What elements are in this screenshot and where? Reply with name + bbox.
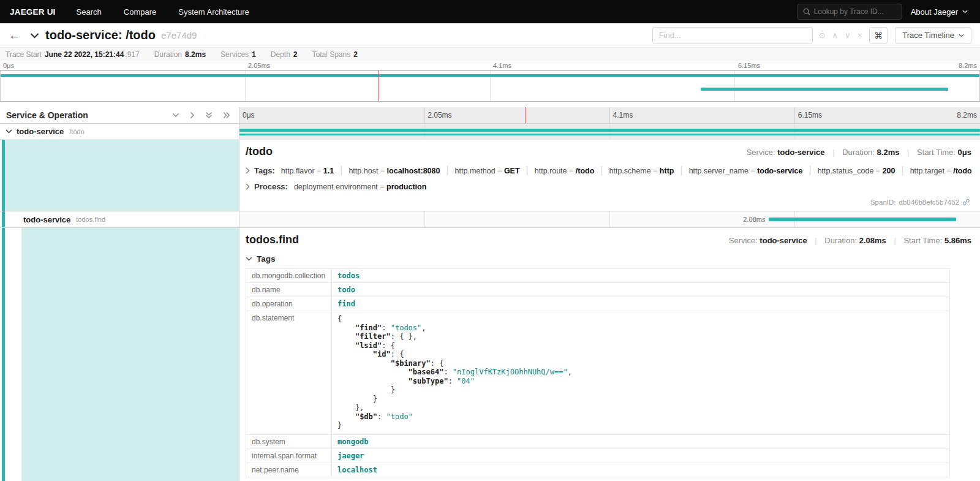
span-bar-child[interactable] <box>769 218 956 221</box>
minimap-canvas[interactable] <box>0 70 980 102</box>
start-time-label: Start Time: <box>917 148 956 157</box>
trace-collapse-chevron-icon[interactable] <box>30 32 39 39</box>
json-punct: : <box>382 324 390 332</box>
start-time-label: Start Time: <box>903 236 942 245</box>
span-row-child: todo-service todos.find 2.08ms <box>0 211 980 228</box>
tag-key: http.host <box>349 167 378 175</box>
json-punct <box>337 332 355 341</box>
json-punct: : { <box>382 341 395 350</box>
trace-id-lookup[interactable] <box>797 4 902 20</box>
trace-view-dropdown[interactable]: Trace Timeline <box>895 27 971 44</box>
tag-key: http.status_code <box>818 167 874 175</box>
chevron-down-icon <box>959 34 964 37</box>
expand-all-icon[interactable] <box>223 112 230 119</box>
span-accent-fill <box>21 228 239 481</box>
equals-sign: = <box>496 167 504 175</box>
tick-label: 6.15ms <box>738 62 760 69</box>
tick-label: 4.1ms <box>493 62 511 69</box>
json-punct <box>337 341 355 350</box>
summary-value: 1 <box>252 50 256 59</box>
summary-items: Trace StartJune 22 2022, 15:21:44.917Dur… <box>0 48 980 61</box>
trace-id-input[interactable] <box>814 7 896 16</box>
operation-name: todos.find <box>76 216 105 223</box>
process-accordion[interactable]: Process: deployment.environment = produc… <box>246 181 971 192</box>
app-logo[interactable]: JAEGER UI <box>0 7 66 17</box>
tag-table-row: internal.span.formatjaeger <box>246 449 950 463</box>
tag-value-cell: localhost <box>332 463 950 477</box>
find-box[interactable] <box>652 27 813 44</box>
tick-label: 0μs <box>3 62 14 69</box>
minimap-tick-labels: 0μs2.05ms4.1ms6.15ms8.2ms <box>0 61 980 70</box>
tag-value: http <box>660 167 674 175</box>
span-track-root[interactable] <box>239 124 980 139</box>
prev-match-icon[interactable]: ∧ <box>832 31 839 39</box>
tag-item: http.flavor = 1.1 <box>281 167 334 175</box>
keyboard-shortcuts-button[interactable]: ⌘ <box>869 27 888 44</box>
tag-key: http.flavor <box>281 167 315 175</box>
tag-value-cell: jaeger <box>332 449 950 463</box>
json-punct: : <box>448 377 457 385</box>
tag-value: todo-service <box>757 167 802 175</box>
json-string: "04" <box>457 377 475 385</box>
tick-label: 2.05ms <box>428 111 451 119</box>
json-key: "filter" <box>355 332 391 341</box>
equals-sign: = <box>378 183 386 191</box>
json-punct: } <box>337 421 342 430</box>
json-key: "subType" <box>409 377 448 385</box>
chevron-down-icon[interactable] <box>6 129 12 134</box>
span-name-root[interactable]: todo-service /todo <box>0 124 239 139</box>
span-bar-root[interactable] <box>239 129 980 132</box>
nav-item-system-architecture[interactable]: System Architecture <box>167 7 260 17</box>
minimap-span-child <box>701 88 948 91</box>
tag-value: GET <box>504 167 520 175</box>
summary-item: Depth2 <box>271 50 298 59</box>
expand-one-icon[interactable] <box>190 112 195 119</box>
span-operation-title: /todo <box>246 145 273 158</box>
summary-item: Total Spans2 <box>312 50 358 59</box>
tag-key-cell: net.peer.name <box>246 463 332 477</box>
tick-label: 4.1ms <box>613 111 633 119</box>
span-detail-root-content: /todo Service: todo-service Duration: 8.… <box>239 140 980 211</box>
json-punct <box>337 350 373 358</box>
chevron-down-icon <box>246 257 252 261</box>
kv-separator <box>902 165 904 175</box>
search-icon <box>803 8 810 15</box>
next-match-icon[interactable]: ∨ <box>845 31 851 39</box>
nav-item-compare[interactable]: Compare <box>113 7 167 17</box>
tags-accordion[interactable]: Tags: http.flavor = 1.1http.host = local… <box>246 165 971 176</box>
collapse-one-icon[interactable] <box>172 113 179 118</box>
back-button[interactable]: ← <box>9 29 20 41</box>
focus-match-icon[interactable]: ⊙ <box>819 31 826 39</box>
start-time-value: 5.86ms <box>944 236 971 245</box>
tags-section-toggle[interactable]: Tags <box>246 254 971 263</box>
json-key: "find" <box>355 324 382 332</box>
tag-value-cell: find <box>332 297 950 311</box>
json-punct <box>337 324 355 332</box>
tag-key-cell: internal.span.format <box>246 449 332 463</box>
find-input[interactable] <box>659 31 806 40</box>
service-label: Service: <box>747 148 775 157</box>
json-punct: : { <box>391 350 404 358</box>
summary-label: Duration <box>154 50 182 59</box>
span-accent-fill <box>5 140 239 211</box>
clear-find-icon[interactable]: × <box>858 31 862 39</box>
span-detail-root-gutter <box>0 140 239 211</box>
copy-link-icon[interactable] <box>962 198 970 206</box>
nav-item-search[interactable]: Search <box>66 7 113 17</box>
json-string: "todo" <box>386 412 412 421</box>
about-jaeger-menu[interactable]: About Jaeger <box>911 7 968 17</box>
json-string: "todos" <box>391 324 422 332</box>
span-track-child[interactable]: 2.08ms <box>239 211 980 227</box>
tag-key: http.method <box>455 167 496 175</box>
chevron-down-icon <box>962 10 968 13</box>
json-punct: : <box>377 412 386 421</box>
timeline-ruler[interactable]: 0μs2.05ms4.1ms6.15ms8.2ms <box>239 107 980 123</box>
collapse-all-icon[interactable] <box>205 112 213 119</box>
span-meta: Service: todo-service Duration: 8.2ms St… <box>747 148 971 157</box>
meta-separator <box>832 148 834 157</box>
tag-key-cell: db.system <box>246 434 332 449</box>
span-name-child[interactable]: todo-service todos.find <box>0 211 239 227</box>
tick-label: 6.15ms <box>798 111 822 119</box>
start-time-value: 0μs <box>958 148 971 157</box>
tag-key: http.route <box>535 167 567 175</box>
